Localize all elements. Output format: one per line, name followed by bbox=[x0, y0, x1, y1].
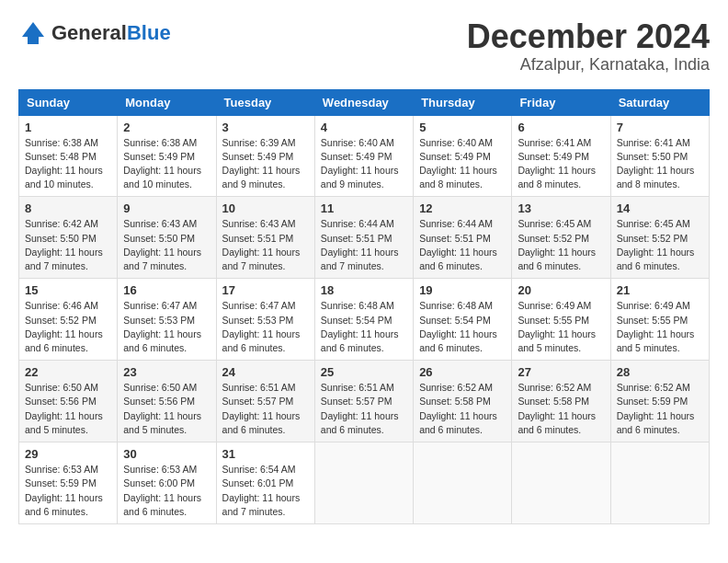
calendar-day-cell: 27Sunrise: 6:52 AMSunset: 5:58 PMDayligh… bbox=[512, 361, 610, 442]
sunset-time: Sunset: 5:53 PM bbox=[123, 315, 195, 326]
daylight-line2: and 6 minutes. bbox=[222, 342, 286, 353]
calendar-day-cell: 26Sunrise: 6:52 AMSunset: 5:58 PMDayligh… bbox=[414, 361, 512, 442]
calendar-day-cell: 7Sunrise: 6:41 AMSunset: 5:50 PMDaylight… bbox=[610, 115, 709, 197]
day-info: Sunrise: 6:41 AMSunset: 5:49 PMDaylight:… bbox=[518, 136, 604, 192]
logo: GeneralBlue bbox=[18, 18, 171, 48]
daylight-line1: Daylight: 11 hours bbox=[25, 328, 103, 339]
day-info: Sunrise: 6:47 AMSunset: 5:53 PMDaylight:… bbox=[222, 299, 309, 355]
sunset-time: Sunset: 5:56 PM bbox=[123, 396, 195, 407]
day-number: 30 bbox=[123, 447, 210, 461]
sunset-time: Sunset: 5:58 PM bbox=[518, 396, 589, 407]
day-number: 18 bbox=[321, 283, 407, 297]
logo-icon bbox=[18, 18, 48, 48]
sunrise-time: Sunrise: 6:50 AM bbox=[25, 382, 98, 393]
calendar-day-cell: 5Sunrise: 6:40 AMSunset: 5:49 PMDaylight… bbox=[414, 115, 512, 197]
sunrise-time: Sunrise: 6:45 AM bbox=[617, 218, 690, 229]
calendar-day-cell: 18Sunrise: 6:48 AMSunset: 5:54 PMDayligh… bbox=[314, 279, 413, 361]
sunset-time: Sunset: 6:01 PM bbox=[222, 477, 294, 488]
sunrise-time: Sunrise: 6:53 AM bbox=[123, 464, 197, 475]
sunset-time: Sunset: 5:49 PM bbox=[222, 151, 294, 162]
calendar-day-cell bbox=[610, 442, 709, 524]
calendar-day-cell: 1Sunrise: 6:38 AMSunset: 5:48 PMDaylight… bbox=[19, 115, 118, 197]
day-info: Sunrise: 6:38 AMSunset: 5:48 PMDaylight:… bbox=[25, 136, 111, 192]
sunset-time: Sunset: 6:00 PM bbox=[123, 477, 195, 488]
page-header: GeneralBlue December 2024 Afzalpur, Karn… bbox=[18, 18, 710, 75]
svg-marker-0 bbox=[22, 22, 44, 37]
day-number: 14 bbox=[617, 201, 703, 215]
daylight-line2: and 7 minutes. bbox=[321, 260, 384, 271]
calendar-table: SundayMondayTuesdayWednesdayThursdayFrid… bbox=[18, 89, 710, 524]
location-title: Afzalpur, Karnataka, India bbox=[467, 55, 710, 75]
daylight-line2: and 6 minutes. bbox=[518, 260, 581, 271]
sunrise-time: Sunrise: 6:47 AM bbox=[123, 300, 197, 311]
calendar-day-cell bbox=[414, 442, 512, 524]
sunrise-time: Sunrise: 6:38 AM bbox=[25, 137, 98, 148]
day-number: 3 bbox=[222, 121, 309, 134]
calendar-day-cell: 11Sunrise: 6:44 AMSunset: 5:51 PMDayligh… bbox=[314, 197, 413, 279]
day-info: Sunrise: 6:52 AMSunset: 5:59 PMDaylight:… bbox=[617, 381, 703, 437]
month-title: December 2024 bbox=[467, 18, 710, 55]
calendar-day-cell: 22Sunrise: 6:50 AMSunset: 5:56 PMDayligh… bbox=[19, 361, 118, 442]
daylight-line1: Daylight: 11 hours bbox=[222, 410, 301, 421]
day-number: 9 bbox=[123, 201, 210, 215]
day-info: Sunrise: 6:50 AMSunset: 5:56 PMDaylight:… bbox=[25, 381, 111, 437]
day-info: Sunrise: 6:39 AMSunset: 5:49 PMDaylight:… bbox=[222, 136, 309, 192]
day-number: 2 bbox=[123, 121, 210, 134]
day-number: 5 bbox=[419, 121, 506, 134]
daylight-line1: Daylight: 11 hours bbox=[419, 328, 497, 339]
calendar-day-cell: 4Sunrise: 6:40 AMSunset: 5:49 PMDaylight… bbox=[314, 115, 413, 197]
daylight-line2: and 8 minutes. bbox=[419, 178, 483, 190]
column-header-saturday: Saturday bbox=[610, 89, 709, 115]
daylight-line2: and 7 minutes. bbox=[25, 260, 88, 271]
daylight-line2: and 10 minutes. bbox=[25, 178, 94, 190]
sunset-time: Sunset: 5:59 PM bbox=[25, 477, 97, 488]
column-header-monday: Monday bbox=[118, 89, 216, 115]
sunset-time: Sunset: 5:54 PM bbox=[419, 315, 491, 326]
sunset-time: Sunset: 5:51 PM bbox=[419, 233, 491, 244]
day-number: 23 bbox=[123, 365, 210, 379]
daylight-line2: and 10 minutes. bbox=[123, 178, 192, 190]
day-info: Sunrise: 6:38 AMSunset: 5:49 PMDaylight:… bbox=[123, 136, 210, 192]
calendar-day-cell: 15Sunrise: 6:46 AMSunset: 5:52 PMDayligh… bbox=[19, 279, 118, 361]
day-number: 24 bbox=[222, 365, 309, 379]
daylight-line1: Daylight: 11 hours bbox=[25, 247, 103, 258]
day-number: 17 bbox=[222, 283, 309, 297]
day-info: Sunrise: 6:42 AMSunset: 5:50 PMDaylight:… bbox=[25, 217, 111, 273]
day-info: Sunrise: 6:46 AMSunset: 5:52 PMDaylight:… bbox=[25, 299, 111, 355]
calendar-day-cell: 6Sunrise: 6:41 AMSunset: 5:49 PMDaylight… bbox=[512, 115, 610, 197]
sunrise-time: Sunrise: 6:39 AM bbox=[222, 137, 296, 148]
daylight-line1: Daylight: 11 hours bbox=[617, 328, 695, 339]
day-number: 1 bbox=[25, 121, 111, 134]
day-info: Sunrise: 6:40 AMSunset: 5:49 PMDaylight:… bbox=[419, 136, 506, 192]
day-info: Sunrise: 6:54 AMSunset: 6:01 PMDaylight:… bbox=[222, 463, 309, 519]
sunrise-time: Sunrise: 6:47 AM bbox=[222, 300, 296, 311]
daylight-line2: and 6 minutes. bbox=[419, 260, 483, 271]
daylight-line2: and 6 minutes. bbox=[617, 424, 680, 435]
day-number: 13 bbox=[518, 201, 604, 215]
calendar-day-cell: 24Sunrise: 6:51 AMSunset: 5:57 PMDayligh… bbox=[216, 361, 314, 442]
day-number: 4 bbox=[321, 121, 407, 134]
calendar-day-cell: 12Sunrise: 6:44 AMSunset: 5:51 PMDayligh… bbox=[414, 197, 512, 279]
sunset-time: Sunset: 5:50 PM bbox=[617, 151, 688, 162]
calendar-week-row: 29Sunrise: 6:53 AMSunset: 5:59 PMDayligh… bbox=[19, 442, 710, 524]
calendar-day-cell bbox=[314, 442, 413, 524]
calendar-day-cell: 3Sunrise: 6:39 AMSunset: 5:49 PMDaylight… bbox=[216, 115, 314, 197]
daylight-line2: and 6 minutes. bbox=[222, 424, 286, 435]
daylight-line1: Daylight: 11 hours bbox=[123, 247, 201, 258]
daylight-line2: and 9 minutes. bbox=[321, 178, 384, 190]
daylight-line2: and 6 minutes. bbox=[123, 506, 187, 517]
sunset-time: Sunset: 5:49 PM bbox=[419, 151, 491, 162]
day-info: Sunrise: 6:44 AMSunset: 5:51 PMDaylight:… bbox=[419, 217, 506, 273]
day-number: 22 bbox=[25, 365, 111, 379]
daylight-line1: Daylight: 11 hours bbox=[419, 247, 497, 258]
sunset-time: Sunset: 5:53 PM bbox=[222, 315, 294, 326]
daylight-line1: Daylight: 11 hours bbox=[321, 247, 399, 258]
day-number: 20 bbox=[518, 283, 604, 297]
day-number: 11 bbox=[321, 201, 407, 215]
day-info: Sunrise: 6:48 AMSunset: 5:54 PMDaylight:… bbox=[321, 299, 407, 355]
day-info: Sunrise: 6:45 AMSunset: 5:52 PMDaylight:… bbox=[518, 217, 604, 273]
day-info: Sunrise: 6:53 AMSunset: 5:59 PMDaylight:… bbox=[25, 463, 111, 519]
daylight-line2: and 6 minutes. bbox=[321, 342, 384, 353]
day-number: 26 bbox=[419, 365, 506, 379]
day-info: Sunrise: 6:40 AMSunset: 5:49 PMDaylight:… bbox=[321, 136, 407, 192]
